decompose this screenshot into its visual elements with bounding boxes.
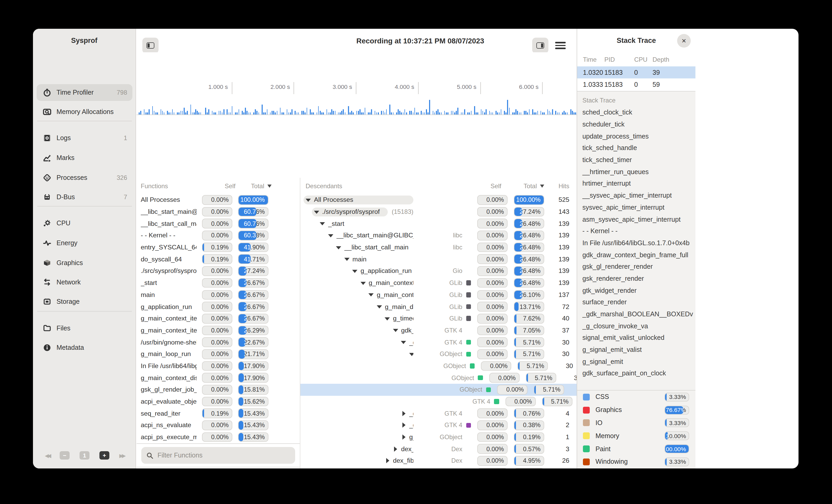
descendant-row[interactable]: dex_timeout_source_funcDex0.00%0.57%0.57… — [301, 443, 577, 455]
descendant-row[interactable]: gdk_surface_paint_on_clockGTK 40.00%5.71… — [301, 395, 577, 407]
expander-closed-icon[interactable] — [393, 447, 398, 452]
stack-frame-row[interactable]: __sysvec_apic_timer_interrupt — [577, 190, 696, 201]
sidebar-item-time-profiler[interactable]: Time Profiler798 — [36, 84, 132, 101]
function-row[interactable]: __libc_start_main@G0.00%60.76%60.76% — [136, 206, 300, 218]
sidebar-item-files[interactable]: Files — [36, 320, 132, 337]
stack-frame-row[interactable]: g_signal_emit — [577, 356, 696, 368]
function-row[interactable]: - - Kernel - -0.00%60.38%60.38% — [136, 229, 300, 241]
stack-frame-row[interactable]: scheduler_tick — [577, 118, 696, 130]
sidebar-item-network[interactable]: Network — [36, 274, 132, 291]
zoom-in-button[interactable]: + — [99, 451, 109, 459]
function-row[interactable]: All Processes0.00%100.00%100.00% — [136, 194, 300, 206]
stack-frame-row[interactable]: tick_sched_timer — [577, 154, 696, 166]
total-column-label[interactable]: Total — [235, 182, 271, 190]
ds-hits-column-label[interactable]: Hits — [547, 182, 569, 190]
function-row[interactable]: __libc_start_call_mai0.00%60.76%60.76% — [136, 218, 300, 229]
expander-closed-icon[interactable] — [401, 423, 406, 428]
stack-frame-row[interactable]: surface_render — [577, 297, 696, 308]
stack-frame-row[interactable]: gdk_draw_context_begin_frame_full — [577, 249, 696, 261]
stack-frame-row[interactable]: _gdk_marshal_BOOLEAN__BOXEDv — [577, 308, 696, 320]
stack-frame-row[interactable]: hrtimer_interrupt — [577, 178, 696, 190]
function-row[interactable]: acpi_ns_evaluate0.00%15.43%15.43% — [136, 419, 300, 431]
function-row[interactable]: g_main_context_disp0.00%17.90%17.90% — [136, 372, 300, 384]
expander-open-icon[interactable] — [320, 221, 325, 226]
function-row[interactable]: g_main_context_itera0.00%26.67%26.67% — [136, 313, 300, 325]
seek-backward-icon[interactable]: ◀◀ — [45, 452, 50, 458]
descendant-row[interactable]: dex_fiber_scheduler_dispatchDex0.00%4.95… — [301, 455, 577, 467]
descendant-row[interactable]: gdk_frame_clock_paint_idleGTK 40.00%7.05… — [301, 325, 577, 336]
stack-frame-row[interactable]: sysvec_apic_timer_interrupt — [577, 201, 696, 213]
sidebar-item-processes[interactable]: Processes326 — [36, 169, 132, 186]
function-row[interactable]: g_main_loop_run0.00%21.71%21.71% — [136, 348, 300, 360]
descendant-row[interactable]: ./src/sysprof/sysprof(15183)0.00%27.24%2… — [301, 206, 577, 218]
function-row[interactable]: /usr/bin/gnome-shell0.00%22.67%22.67% — [136, 336, 300, 348]
function-row[interactable]: acpi_ps_execute_met0.00%15.43%15.43% — [136, 431, 300, 443]
hamburger-menu-icon[interactable] — [555, 40, 566, 51]
function-row[interactable]: acpi_evaluate_object0.00%15.62%15.62% — [136, 395, 300, 407]
expander-closed-icon[interactable] — [401, 411, 406, 416]
descendants-column-label[interactable]: Descendants — [301, 182, 471, 190]
descendant-row[interactable]: main0.00%26.48%26.48%139 — [301, 253, 577, 265]
samples-col-cpu[interactable]: CPU — [634, 56, 652, 63]
samples-col-depth[interactable]: Depth — [652, 56, 696, 63]
function-row[interactable]: do_syscall_640.19%0.19%41.71%41.71% — [136, 253, 300, 265]
stack-frame-row[interactable]: gtk_widget_render — [577, 285, 696, 297]
function-row[interactable]: _start0.00%26.67%26.67% — [136, 277, 300, 289]
ds-total-column-label[interactable]: Total — [508, 182, 544, 190]
expander-open-icon[interactable] — [328, 233, 333, 238]
close-icon[interactable]: ✕ — [677, 34, 691, 48]
stack-frame-row[interactable]: - - Kernel - - — [577, 225, 696, 237]
expander-open-icon[interactable] — [376, 304, 382, 309]
descendant-row[interactable]: g_signal_emitGObject0.00%5.71%5.71%30 — [301, 348, 577, 360]
function-row[interactable]: g_application_run0.00%26.67%26.67% — [136, 301, 300, 312]
stack-frame-row[interactable]: sched_clock_tick — [577, 107, 696, 118]
function-row[interactable]: main0.00%26.67%26.67% — [136, 289, 300, 301]
descendant-row[interactable]: g_main_context_iterationGLib0.00%26.48%2… — [301, 277, 577, 289]
descendant-row[interactable]: _g_closure_invoke_vaGObject0.00%5.71%5.7… — [301, 384, 577, 395]
sidebar-item-storage[interactable]: Storage — [36, 293, 132, 310]
toggle-right-panel-button[interactable] — [532, 38, 548, 53]
stack-frame-row[interactable]: gdk_surface_paint_on_clock — [577, 368, 696, 379]
descendant-row[interactable]: g_signal_emit_valistGObject0.00%5.71%5.7… — [301, 360, 577, 372]
descendant-row[interactable]: _gdk_frame_clock_emit_layoutGTK 40.00%0.… — [301, 419, 577, 431]
expander-open-icon[interactable] — [401, 340, 406, 345]
sidebar-item-energy[interactable]: Energy — [36, 235, 132, 251]
descendant-row[interactable]: All Processes0.00%100.00%100.00%525 — [301, 194, 577, 206]
descendant-row[interactable]: __libc_start_call_mainlibc0.00%26.48%26.… — [301, 242, 577, 253]
stack-frame-row[interactable]: _g_closure_invoke_va — [577, 320, 696, 332]
ds-self-column-label[interactable]: Self — [471, 182, 501, 190]
stack-frame-row[interactable]: gsk_gl_renderer_render — [577, 261, 696, 273]
descendant-row[interactable]: _gdk_frame_clock_emit_paintGTK 40.00%5.7… — [301, 336, 577, 348]
sample-row[interactable]: 1.033315183059 — [577, 78, 696, 90]
descendant-row[interactable]: _gdk_frame_clock_emit_updateGTK 40.00%0.… — [301, 408, 577, 419]
expander-open-icon[interactable] — [385, 316, 390, 321]
sidebar-item-logs[interactable]: Logs1 — [36, 130, 132, 146]
descendant-row[interactable]: sysprof_perf_event_source_dispatch0.00%0… — [301, 467, 577, 469]
expander-open-icon[interactable] — [360, 280, 365, 285]
expander-closed-icon[interactable] — [401, 435, 406, 440]
function-row[interactable]: ./src/sysprof/sysprof0.00%27.24%27.24% — [136, 265, 300, 277]
stack-frame-row[interactable]: gsk_renderer_render — [577, 273, 696, 284]
sidebar-item-cpu[interactable]: CPU — [36, 215, 132, 232]
samples-col-time[interactable]: Time — [577, 56, 604, 63]
stack-frame-row[interactable]: signal_emit_valist_unlocked — [577, 332, 696, 344]
functions-column-label[interactable]: Functions — [136, 182, 205, 190]
descendant-row[interactable]: __libc_start_main@GLIBC_2.2.5libc0.00%26… — [301, 229, 577, 241]
expander-open-icon[interactable] — [368, 292, 373, 298]
function-row[interactable]: seq_read_iter0.19%0.19%15.43%15.43% — [136, 408, 300, 419]
expander-open-icon[interactable] — [393, 328, 398, 333]
sidebar-item-memory-allocations[interactable]: Memory Allocations — [36, 104, 132, 120]
self-column-label[interactable]: Self — [205, 182, 235, 190]
sidebar-item-d-bus[interactable]: D-Bus7 — [36, 189, 132, 205]
descendant-row[interactable]: g_main_context_iterate_unlocked.isra.0GL… — [301, 289, 577, 301]
stack-frame-row[interactable]: In File /usr/lib64/libGL.so.1.7.0+0x4b — [577, 237, 696, 249]
expander-closed-icon[interactable] — [385, 458, 390, 464]
stack-frame-row[interactable]: asm_sysvec_apic_timer_interrupt — [577, 213, 696, 225]
stack-frame-row[interactable]: update_process_times — [577, 131, 696, 142]
sidebar-item-metadata[interactable]: Metadata — [36, 339, 132, 356]
samples-col-pid[interactable]: PID — [604, 56, 634, 63]
stack-frame-row[interactable]: g_signal_emit_valist — [577, 344, 696, 356]
filter-functions-input[interactable]: Filter Functions — [141, 447, 295, 464]
function-row[interactable]: g_main_context_itera0.00%26.29%26.29% — [136, 325, 300, 336]
function-row[interactable]: gsk_gl_render_job_vi0.00%15.81%15.81% — [136, 384, 300, 395]
